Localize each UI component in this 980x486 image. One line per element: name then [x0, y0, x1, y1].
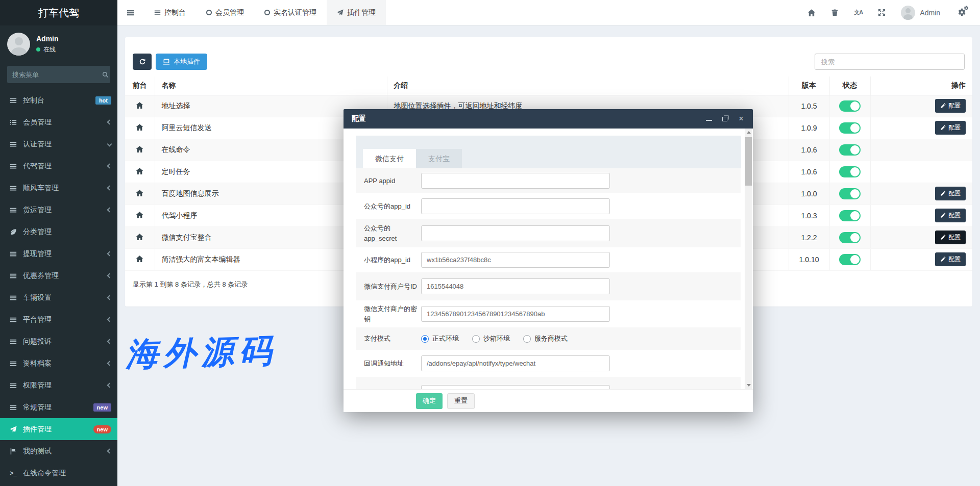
- scroll-down-icon[interactable]: [745, 381, 752, 389]
- field-label: 微信支付商户的密钥: [364, 304, 418, 324]
- config-button[interactable]: 配置: [935, 99, 966, 113]
- merchant-id-input[interactable]: [421, 278, 610, 294]
- form-row: 微信支付API证: [356, 377, 741, 389]
- dialog-scrollbar[interactable]: [745, 129, 752, 389]
- maximize-icon[interactable]: [722, 117, 727, 121]
- pencil-icon: [940, 235, 946, 240]
- search-icon: [102, 71, 109, 78]
- sidebar-item-coupon-mgmt[interactable]: 优惠券管理: [0, 265, 117, 287]
- config-button[interactable]: 配置: [935, 187, 966, 200]
- status-toggle[interactable]: [839, 210, 861, 221]
- radio-service-provider-mode[interactable]: 服务商模式: [523, 334, 568, 343]
- config-button-active[interactable]: 配置: [935, 231, 966, 244]
- status-toggle[interactable]: [839, 166, 861, 177]
- radio-production-env[interactable]: 正式环境: [421, 334, 459, 343]
- status-toggle[interactable]: [839, 100, 861, 112]
- notify-url-input[interactable]: [421, 355, 610, 371]
- refresh-button[interactable]: [133, 54, 152, 70]
- tab-alipay[interactable]: 支付宝: [416, 149, 462, 168]
- sidebar-item-console[interactable]: 控制台hot: [0, 89, 117, 111]
- config-button[interactable]: 配置: [935, 252, 966, 266]
- pencil-icon: [940, 213, 946, 218]
- pencil-icon: [940, 125, 946, 131]
- trash-icon[interactable]: [831, 9, 839, 16]
- config-button[interactable]: 配置: [935, 209, 966, 222]
- dialog-title: 配置: [352, 114, 366, 123]
- translate-icon[interactable]: 文A: [854, 9, 863, 16]
- sidebar-item-general-mgmt[interactable]: 常规管理new: [0, 396, 117, 418]
- plugin-version: 1.0.6: [789, 161, 829, 183]
- radio-sandbox-env[interactable]: 沙箱环境: [472, 334, 510, 343]
- tab-realname-auth[interactable]: 实名认证管理: [254, 0, 327, 25]
- sidebar-item-withdraw-mgmt[interactable]: 提现管理: [0, 243, 117, 265]
- sidebar-item-freight-mgmt[interactable]: 货运管理: [0, 199, 117, 221]
- mp-appid-input[interactable]: [421, 198, 610, 214]
- form-row: 公众号的app_id: [356, 193, 741, 219]
- home-icon: [136, 189, 143, 197]
- hamburger-menu-icon[interactable]: [117, 0, 144, 25]
- sidebar-item-carpool-mgmt[interactable]: 顺风车管理: [0, 177, 117, 199]
- scrollbar-thumb[interactable]: [745, 137, 752, 186]
- pay-mode-radios: 正式环境 沙箱环境 服务商模式: [421, 334, 568, 343]
- chevron-left-icon: [107, 361, 112, 366]
- status-toggle[interactable]: [839, 122, 861, 134]
- close-icon[interactable]: ×: [738, 115, 745, 122]
- minimize-icon[interactable]: [706, 117, 712, 121]
- home-icon: [136, 211, 143, 219]
- tab-member-mgmt[interactable]: 会员管理: [196, 0, 254, 25]
- user-status: 在线: [43, 45, 56, 54]
- config-button[interactable]: 配置: [935, 121, 966, 135]
- plugin-version: 1.0.10: [789, 248, 829, 270]
- status-toggle[interactable]: [839, 232, 861, 243]
- bars-icon: [8, 97, 18, 104]
- sidebar-item-my-test[interactable]: 我的测试: [0, 440, 117, 462]
- field-label: 公众号的app_id: [364, 201, 418, 212]
- sidebar-item-online-command[interactable]: >_在线命令管理: [0, 462, 117, 484]
- sidebar-item-archives[interactable]: 资料档案: [0, 352, 117, 374]
- fullscreen-icon[interactable]: [878, 9, 886, 16]
- admin-name: Admin: [920, 9, 940, 17]
- local-plugins-button[interactable]: 本地插件: [156, 54, 207, 70]
- bars-icon: [8, 294, 18, 301]
- api-cert-input[interactable]: [421, 385, 610, 390]
- sidebar-item-vehicle-settings[interactable]: 车辆设置: [0, 287, 117, 309]
- miniprogram-appid-input[interactable]: [421, 252, 610, 268]
- settings-gears-icon[interactable]: [955, 8, 968, 18]
- reset-button[interactable]: 重置: [447, 393, 475, 409]
- plugin-version: 1.0.9: [789, 117, 829, 139]
- field-label: 微信支付商户号ID: [364, 282, 418, 292]
- tab-console[interactable]: 控制台: [144, 0, 196, 25]
- admin-menu[interactable]: Admin: [901, 6, 940, 20]
- home-icon: [136, 101, 143, 109]
- merchant-key-input[interactable]: [421, 306, 610, 322]
- tab-plugin-mgmt[interactable]: 插件管理: [327, 0, 386, 25]
- sidebar-item-permission-mgmt[interactable]: 权限管理: [0, 374, 117, 396]
- sidebar-item-auth-mgmt[interactable]: 认证管理: [0, 133, 117, 155]
- pencil-icon: [940, 103, 946, 109]
- sidebar-item-complaint[interactable]: 问题投诉: [0, 330, 117, 352]
- tab-wechat-pay[interactable]: 微信支付: [363, 149, 416, 168]
- sidebar-item-daijia-mgmt[interactable]: 代驾管理: [0, 155, 117, 177]
- user-panel: Admin 在线: [0, 25, 117, 61]
- ok-button[interactable]: 确定: [416, 393, 443, 409]
- plugin-version: 1.0.3: [789, 204, 829, 226]
- bars-icon: [8, 404, 18, 411]
- status-toggle[interactable]: [839, 254, 861, 265]
- sidebar-item-platform-mgmt[interactable]: 平台管理: [0, 309, 117, 330]
- scroll-up-icon[interactable]: [745, 129, 752, 136]
- field-label: 支付模式: [364, 334, 418, 344]
- bars-icon: [154, 9, 161, 16]
- sidebar-search-input[interactable]: [12, 71, 102, 79]
- table-search-input[interactable]: [815, 54, 965, 70]
- status-toggle[interactable]: [839, 188, 861, 199]
- home-icon[interactable]: [807, 9, 816, 17]
- status-toggle[interactable]: [839, 144, 861, 156]
- mp-appsecret-input[interactable]: [421, 225, 610, 241]
- table-header-row: 前台 名称 介绍 版本 状态 操作: [125, 76, 972, 95]
- dialog-titlebar[interactable]: 配置 ×: [344, 109, 753, 129]
- watermark-text: 海外源码: [125, 328, 277, 377]
- sidebar-item-member-mgmt[interactable]: 会员管理: [0, 111, 117, 133]
- app-appid-input[interactable]: [421, 173, 610, 189]
- sidebar-item-plugin-mgmt[interactable]: 插件管理new: [0, 418, 117, 440]
- sidebar-item-category-mgmt[interactable]: 分类管理: [0, 221, 117, 243]
